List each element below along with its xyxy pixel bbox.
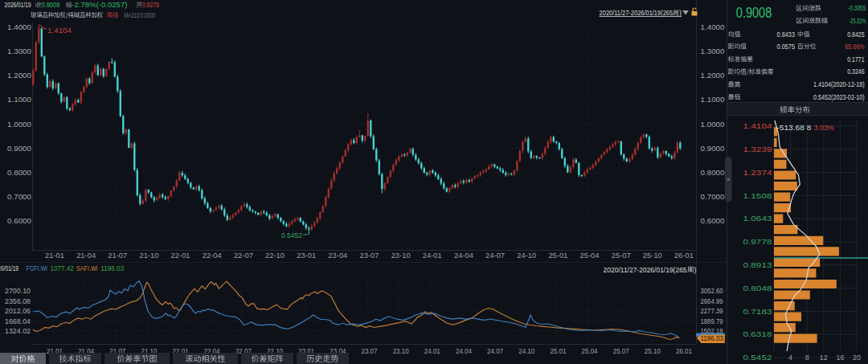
svg-text:23-04: 23-04	[328, 252, 347, 260]
svg-text:-2.78%(-0.0257): -2.78%(-0.0257)	[72, 0, 127, 9]
svg-text:22-04: 22-04	[203, 252, 222, 260]
svg-text:0.5452: 0.5452	[743, 353, 772, 362]
svg-text:24.07: 24.07	[487, 347, 503, 355]
svg-text:1.4000: 1.4000	[7, 23, 31, 31]
svg-text:1889.79: 1889.79	[701, 317, 723, 325]
svg-text:1.0000: 1.0000	[7, 121, 31, 129]
svg-text:8: 8	[805, 354, 809, 362]
svg-text:0.6318: 0.6318	[743, 329, 772, 338]
svg-text:2020/11/27-2026/01/19(265: 2020/11/27-2026/01/19(265	[600, 8, 674, 17]
svg-text:0.5452(2023-02-10): 0.5452(2023-02-10)	[813, 93, 865, 101]
svg-text:0.8913: 0.8913	[743, 260, 772, 269]
svg-text:1.0643: 1.0643	[743, 214, 772, 223]
svg-text:23-10: 23-10	[391, 252, 411, 260]
svg-text:24-10: 24-10	[517, 252, 536, 260]
svg-text:23.10: 23.10	[393, 347, 409, 355]
svg-text:2026/01/19: 2026/01/19	[5, 0, 31, 9]
svg-text:1.4104: 1.4104	[47, 26, 72, 35]
svg-text:0.1771: 0.1771	[847, 55, 865, 63]
svg-text:0.7000: 0.7000	[7, 193, 31, 201]
svg-text:23-01: 23-01	[297, 252, 316, 260]
svg-text:0.9000: 0.9000	[7, 145, 31, 153]
svg-text:24-04: 24-04	[454, 252, 473, 260]
svg-text:1.4104: 1.4104	[743, 121, 772, 130]
svg-text:MA213:0.0000: MA213:0.0000	[124, 11, 155, 19]
svg-text:23.07: 23.07	[362, 347, 378, 355]
svg-text:2664.99: 2664.99	[701, 297, 723, 305]
svg-text:25.04: 25.04	[582, 347, 598, 355]
svg-text:65.66%: 65.66%	[845, 43, 864, 51]
svg-text:0.8433: 0.8433	[777, 31, 795, 39]
svg-text:25.01: 25.01	[550, 347, 566, 355]
svg-text:21-07: 21-07	[108, 252, 127, 260]
svg-text:25-01: 25-01	[548, 252, 567, 260]
svg-text:-25.32%: -25.32%	[849, 17, 866, 25]
svg-text:2012.06: 2012.06	[5, 307, 31, 315]
svg-text:1.4104(2020-12-18): 1.4104(2020-12-18)	[813, 80, 865, 88]
svg-text:0.7000: 0.7000	[701, 193, 725, 201]
svg-text:-0.3055: -0.3055	[848, 4, 866, 12]
svg-text:0.0575: 0.0575	[777, 43, 795, 51]
svg-text:1.2374: 1.2374	[743, 168, 772, 177]
svg-text:2277.39: 2277.39	[701, 307, 723, 315]
svg-text:2020/11/27-2026/01/19(265: 2020/11/27-2026/01/19(265	[604, 265, 687, 274]
svg-text:21-01: 21-01	[45, 252, 64, 260]
svg-text:22-07: 22-07	[234, 252, 253, 260]
svg-text:12: 12	[820, 354, 828, 362]
svg-text:1668.04: 1668.04	[5, 317, 31, 325]
svg-text:25-10: 25-10	[643, 252, 662, 260]
svg-text:3052.60: 3052.60	[701, 287, 723, 295]
svg-text:1.4000: 1.4000	[701, 23, 725, 31]
svg-text:SAFI.WI: SAFI.WI	[76, 264, 98, 272]
svg-text:24.01: 24.01	[424, 347, 440, 355]
svg-text:21-10: 21-10	[139, 252, 158, 260]
svg-text:25-04: 25-04	[580, 252, 600, 260]
svg-text:26.01: 26.01	[676, 347, 692, 355]
svg-text:16: 16	[836, 354, 844, 362]
svg-text:0.6000: 0.6000	[701, 217, 725, 225]
svg-text:0.9008: 0.9008	[736, 5, 772, 21]
svg-text:24.10: 24.10	[518, 347, 534, 355]
svg-text:): )	[694, 265, 697, 274]
svg-text:0.3246: 0.3246	[847, 67, 865, 76]
svg-text:1.3239: 1.3239	[743, 145, 772, 153]
svg-text:): )	[679, 8, 682, 17]
svg-text:1077.42: 1077.42	[51, 264, 74, 272]
svg-text:0.8425: 0.8425	[847, 31, 865, 39]
svg-text:FGFI.WI: FGFI.WI	[27, 264, 48, 272]
svg-text:2700.10: 2700.10	[5, 287, 31, 295]
svg-text:22-01: 22-01	[171, 252, 190, 260]
svg-text:1.0000: 1.0000	[701, 121, 725, 129]
svg-text:3.03%: 3.03%	[814, 123, 835, 132]
svg-text:1196.03: 1196.03	[100, 264, 124, 272]
svg-text:24.04: 24.04	[456, 347, 472, 355]
svg-text:1196.03: 1196.03	[700, 334, 723, 342]
svg-text:1.2000: 1.2000	[701, 72, 725, 80]
svg-text:1.3000: 1.3000	[7, 47, 31, 55]
svg-text:21-04: 21-04	[76, 252, 96, 260]
svg-text:0.6000: 0.6000	[7, 217, 31, 225]
svg-text:0.9000: 0.9000	[701, 145, 725, 153]
svg-text:1.3000: 1.3000	[701, 47, 725, 55]
svg-text:2356.08: 2356.08	[5, 297, 31, 305]
svg-text:24-01: 24-01	[423, 252, 442, 260]
svg-text:26-01: 26-01	[674, 252, 694, 260]
svg-text:25.07: 25.07	[613, 347, 629, 355]
svg-text:23-07: 23-07	[360, 252, 379, 260]
svg-text:1324.02: 1324.02	[5, 327, 31, 335]
svg-text:2026/01/19: 2026/01/19	[0, 264, 18, 272]
svg-text:0.8000: 0.8000	[7, 169, 31, 177]
svg-text:1.2000: 1.2000	[7, 72, 31, 80]
svg-text:4: 4	[788, 354, 792, 362]
svg-text:0.9008: 0.9008	[41, 0, 59, 9]
svg-text:0.7183: 0.7183	[743, 307, 772, 316]
svg-text:1.1000: 1.1000	[7, 96, 31, 104]
svg-text:22-10: 22-10	[265, 252, 285, 260]
svg-text:0.8000: 0.8000	[701, 169, 725, 177]
svg-text:24-07: 24-07	[485, 252, 505, 260]
svg-text:0.9279: 0.9279	[142, 0, 159, 9]
svg-text:20: 20	[853, 354, 861, 362]
svg-text:-513.68 8: -513.68 8	[776, 123, 811, 132]
svg-text:25.10: 25.10	[645, 347, 661, 355]
svg-text:1.1000: 1.1000	[701, 96, 725, 104]
